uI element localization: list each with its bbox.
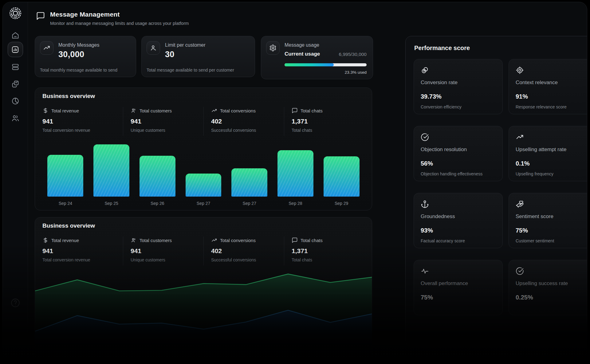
- bar-label: Sep 24: [59, 201, 72, 206]
- card-title: Message usage: [285, 42, 319, 48]
- sidebar-nav: [8, 31, 23, 123]
- stat-total-customers: Total customers 941 Unique customers: [123, 237, 203, 265]
- upselling-success-rate-card: Upselling success rate 0.25%: [509, 260, 587, 315]
- sidebar-item-lists[interactable]: [11, 63, 20, 71]
- stat-value: 941: [131, 247, 203, 255]
- coins-icon: [421, 66, 429, 74]
- stat-value: 1,371: [292, 247, 364, 255]
- metric-value: 91%: [516, 93, 587, 100]
- stat-value: 1,371: [292, 118, 364, 125]
- stat-description: Successful conversions: [211, 128, 284, 133]
- stat-description: Total conversion revenue: [42, 257, 123, 262]
- main-content: Message Management Monitor and manage me…: [28, 2, 587, 362]
- stat-description: Successful conversions: [211, 257, 284, 262]
- conversion-rate-card: Conversion rate 39.73% Conversion effici…: [414, 59, 503, 114]
- crosshair-icon: [516, 66, 524, 74]
- overall-performance-card: Overall performance 75%: [414, 260, 503, 315]
- metric-label: Objection resolution: [421, 147, 496, 153]
- bar-label: Sep 27: [243, 201, 256, 206]
- daily-messages-bar-chart: Sep 24Sep 25Sep 26Sep 27Sep 27Sep 28Sep …: [42, 144, 364, 206]
- business-overview-bar-panel: Business overview Total revenue 941 Tota…: [35, 88, 372, 210]
- card-title: Monthly Messages: [58, 42, 99, 48]
- metric-value: 75%: [516, 227, 587, 234]
- sidebar-item-customers[interactable]: [11, 114, 20, 123]
- bar-chart-icon: [11, 45, 19, 54]
- stat-value: 941: [42, 247, 123, 255]
- bar: [324, 156, 360, 197]
- panel-title: Business overview: [42, 93, 95, 100]
- page-title: Message Management: [50, 11, 189, 18]
- circle-check-icon: [421, 133, 429, 141]
- stat-label: Total revenue: [51, 108, 79, 113]
- metric-description: Response relevance score: [516, 104, 587, 109]
- trend-up-icon: [516, 133, 524, 141]
- stat-description: Total chats: [292, 257, 364, 262]
- metric-label: Upselling success rate: [516, 280, 587, 287]
- sidebar-item-home[interactable]: [11, 31, 20, 40]
- help-icon[interactable]: [10, 298, 21, 308]
- stat-description: Unique customers: [131, 257, 203, 262]
- metric-description: Objection handling effectiveness: [421, 171, 496, 176]
- performance-grid: Conversion rate 39.73% Conversion effici…: [414, 59, 587, 315]
- stat-value: 402: [211, 118, 284, 125]
- pie-chart-icon: [11, 97, 20, 105]
- stat-value: 941: [131, 118, 203, 125]
- metric-label: Overall performance: [421, 280, 496, 287]
- users-icon: [131, 108, 137, 114]
- sidebar-item-analytics[interactable]: [8, 42, 23, 57]
- message-usage-card: Message usage Current usage 6,995/30,000…: [261, 36, 373, 79]
- activity-icon: [421, 267, 429, 275]
- stat-total-conversions: Total conversions 402 Successful convers…: [203, 237, 284, 265]
- metric-label: Sentiment score: [516, 213, 587, 220]
- circle-check-icon: [516, 267, 524, 275]
- chat-icon: [292, 237, 298, 243]
- bar: [186, 174, 222, 197]
- bar-slot: Sep 29: [318, 144, 364, 206]
- card-description: Total monthly message available to send: [40, 68, 117, 72]
- dollar-icon: [42, 108, 49, 114]
- stat-label: Total conversions: [220, 108, 256, 113]
- metric-label: Upselling attempt rate: [516, 147, 587, 153]
- card-title: Limit per customer: [165, 42, 206, 48]
- metric-value: 56%: [421, 160, 496, 167]
- gear-icon: [266, 41, 280, 55]
- metric-value: 0.25%: [516, 294, 587, 301]
- card-value: 30: [165, 50, 175, 59]
- bar-label: Sep 25: [104, 201, 118, 206]
- metric-label: Conversion rate: [421, 80, 496, 86]
- stat-label: Total chats: [301, 108, 323, 113]
- chat-icon: [292, 108, 298, 114]
- bar-slot: Sep 24: [42, 144, 88, 206]
- usage-label: Current usage: [285, 51, 320, 57]
- stat-description: Total conversion revenue: [42, 128, 123, 133]
- sidebar-item-tasks[interactable]: [11, 80, 20, 88]
- bar: [47, 155, 83, 197]
- bar-slot: Sep 28: [273, 144, 319, 206]
- page-subtitle: Monitor and manage messaging limits and …: [50, 21, 189, 26]
- hand-heart-icon: [516, 200, 524, 208]
- usage-progress-bar: [285, 63, 367, 66]
- stat-value: 941: [42, 118, 123, 125]
- metric-value: 0.1%: [516, 160, 587, 167]
- upselling-attempt-rate-card: Upselling attempt rate 0.1% Upselling fr…: [509, 126, 587, 181]
- stat-total-conversions: Total conversions 402 Successful convers…: [203, 107, 284, 136]
- stat-label: Total chats: [301, 238, 323, 243]
- groundedness-card: Groundedness 93% Factual accuracy score: [414, 193, 503, 248]
- metric-value: 75%: [421, 294, 496, 301]
- stat-label: Total conversions: [220, 238, 256, 243]
- usage-progress-fill: [285, 63, 334, 66]
- bar-label: Sep 26: [151, 201, 164, 206]
- bar-label: Sep 29: [335, 201, 348, 206]
- stats-row: Total revenue 941 Total conversion reven…: [42, 237, 364, 265]
- user-icon: [147, 41, 160, 55]
- app-window: Message Management Monitor and manage me…: [2, 2, 587, 362]
- dollar-icon: [42, 237, 49, 243]
- business-overview-area-panel: Business overview Total revenue 941 Tota…: [35, 217, 372, 362]
- copy-check-icon: [11, 80, 20, 88]
- bar: [277, 150, 313, 197]
- rows-icon: [11, 63, 20, 71]
- app-logo-icon: [9, 7, 22, 19]
- users-icon: [131, 237, 137, 243]
- stat-description: Total chats: [292, 128, 364, 133]
- sidebar-item-reports[interactable]: [11, 97, 20, 105]
